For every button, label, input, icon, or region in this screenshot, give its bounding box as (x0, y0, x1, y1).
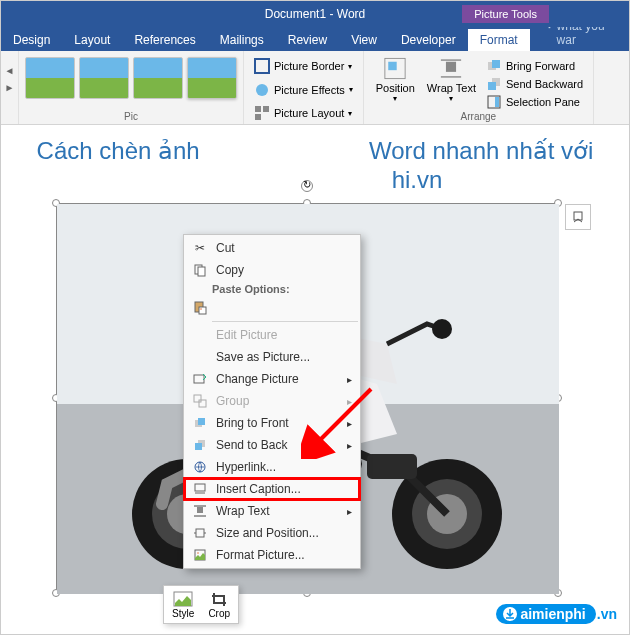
svg-rect-48 (197, 507, 203, 513)
send-backward-button[interactable]: Send Backward (482, 75, 587, 93)
bring-forward-button[interactable]: Bring Forward (482, 57, 587, 75)
bring-forward-icon (486, 58, 502, 74)
submenu-arrow-icon: ▸ (347, 418, 352, 429)
picture-effects-icon (254, 82, 270, 98)
menu-item-edit-picture: Edit Picture (184, 324, 360, 346)
send-to-back-icon (192, 437, 208, 453)
insert-caption-icon (192, 481, 208, 497)
picture-tools-label: Picture Tools (462, 5, 549, 23)
menu-item-format-picture[interactable]: Format Picture... (184, 544, 360, 566)
ribbon-group-label: Pic (25, 111, 237, 122)
svg-rect-9 (446, 62, 456, 72)
save-icon (192, 349, 208, 365)
dropdown-caret-icon: ▾ (348, 109, 352, 118)
selection-pane-icon (486, 94, 502, 110)
menu-item-insert-caption[interactable]: Insert Caption... (184, 478, 360, 500)
layout-options-icon (570, 209, 586, 225)
picture-layout-icon (254, 105, 270, 121)
tab-view[interactable]: View (339, 29, 389, 51)
style-icon (172, 590, 194, 608)
menu-separator (212, 321, 358, 322)
wrap-text-icon (192, 503, 208, 519)
svg-rect-4 (255, 106, 261, 112)
picture-border-button[interactable]: Picture Border ▾ (250, 57, 357, 75)
menu-item-group: Group ▸ (184, 390, 360, 412)
picture-style-preset[interactable] (25, 57, 75, 99)
paste-options-label: Paste Options: (184, 281, 360, 297)
svg-point-3 (256, 84, 268, 96)
dropdown-caret-icon: ▾ (393, 94, 397, 103)
picture-style-preset[interactable] (133, 57, 183, 99)
mini-style-button[interactable]: Style (166, 588, 200, 621)
dropdown-caret-icon: ▾ (449, 94, 453, 103)
menu-item-copy[interactable]: Copy (184, 259, 360, 281)
svg-rect-5 (263, 106, 269, 112)
ribbon: ◄ ► Pic Picture Border ▾ Picture Effects… (1, 51, 629, 125)
group-icon (192, 393, 208, 409)
svg-rect-36 (199, 307, 206, 314)
rotate-handle[interactable] (301, 180, 313, 192)
picture-style-preset[interactable] (79, 57, 129, 99)
menu-item-cut[interactable]: ✂ Cut (184, 237, 360, 259)
tab-review[interactable]: Review (276, 29, 339, 51)
size-position-icon (192, 525, 208, 541)
send-backward-icon (486, 76, 502, 92)
svg-rect-39 (194, 395, 201, 402)
submenu-arrow-icon: ▸ (347, 374, 352, 385)
svg-rect-1 (548, 27, 550, 28)
chevron-right-icon[interactable]: ► (5, 82, 15, 93)
menu-item-wrap-text[interactable]: Wrap Text ▸ (184, 500, 360, 522)
title-bar: Document1 - Word Picture Tools (1, 1, 629, 27)
chevron-left-icon[interactable]: ◄ (5, 65, 15, 76)
tab-design[interactable]: Design (1, 29, 62, 51)
tab-developer[interactable]: Developer (389, 29, 468, 51)
svg-rect-44 (195, 443, 202, 450)
context-menu: ✂ Cut Copy Paste Options: Edit Picture S… (183, 234, 361, 569)
selection-pane-button[interactable]: Selection Pane (482, 93, 587, 111)
ribbon-tabs: Design Layout References Mailings Review… (1, 27, 629, 51)
wrap-text-button[interactable]: Wrap Text ▾ (421, 53, 482, 105)
svg-rect-17 (495, 97, 499, 107)
edit-picture-icon (192, 327, 208, 343)
svg-rect-51 (196, 529, 204, 537)
mini-crop-button[interactable]: Crop (202, 588, 236, 621)
svg-rect-8 (389, 62, 397, 70)
tab-layout[interactable]: Layout (62, 29, 122, 51)
paste-picture-icon (192, 300, 208, 316)
tab-format[interactable]: Format (468, 29, 530, 51)
dropdown-caret-icon: ▾ (348, 62, 352, 71)
menu-item-save-as-picture[interactable]: Save as Picture... (184, 346, 360, 368)
submenu-arrow-icon: ▸ (347, 440, 352, 451)
tab-references[interactable]: References (122, 29, 207, 51)
layout-options-button[interactable] (565, 204, 591, 230)
picture-layout-button[interactable]: Picture Layout ▾ (250, 104, 357, 122)
svg-point-55 (197, 552, 199, 554)
document-heading: Cách chèn ảnh xxxxxxxxxxxxx Word nhanh n… (13, 137, 617, 195)
ribbon-group-picture-styles: Pic (19, 51, 244, 124)
download-icon (502, 606, 518, 622)
menu-item-change-picture[interactable]: Change Picture ▸ (184, 368, 360, 390)
menu-item-hyperlink[interactable]: Hyperlink... (184, 456, 360, 478)
menu-item-paste-picture[interactable] (184, 297, 360, 319)
mini-toolbar: Style Crop (163, 585, 239, 624)
watermark: aimienphi .vn (496, 604, 617, 624)
copy-icon (192, 262, 208, 278)
picture-effects-button[interactable]: Picture Effects ▾ (250, 81, 357, 99)
svg-point-37 (200, 308, 202, 310)
position-button[interactable]: Position ▾ (370, 53, 421, 105)
svg-rect-15 (488, 82, 496, 90)
svg-rect-13 (492, 60, 500, 68)
picture-style-preset[interactable] (187, 57, 237, 99)
picture-style-gallery[interactable] (25, 53, 237, 103)
cut-icon: ✂ (192, 240, 208, 256)
format-picture-icon (192, 547, 208, 563)
position-icon (379, 55, 411, 82)
tab-mailings[interactable]: Mailings (208, 29, 276, 51)
svg-rect-2 (255, 59, 269, 73)
menu-item-size-and-position[interactable]: Size and Position... (184, 522, 360, 544)
document-title: Document1 - Word (265, 7, 365, 21)
menu-item-bring-to-front[interactable]: Bring to Front ▸ (184, 412, 360, 434)
menu-item-send-to-back[interactable]: Send to Back ▸ (184, 434, 360, 456)
ribbon-group-picture-options: Picture Border ▾ Picture Effects ▾ Pictu… (244, 51, 364, 124)
submenu-arrow-icon: ▸ (347, 396, 352, 407)
